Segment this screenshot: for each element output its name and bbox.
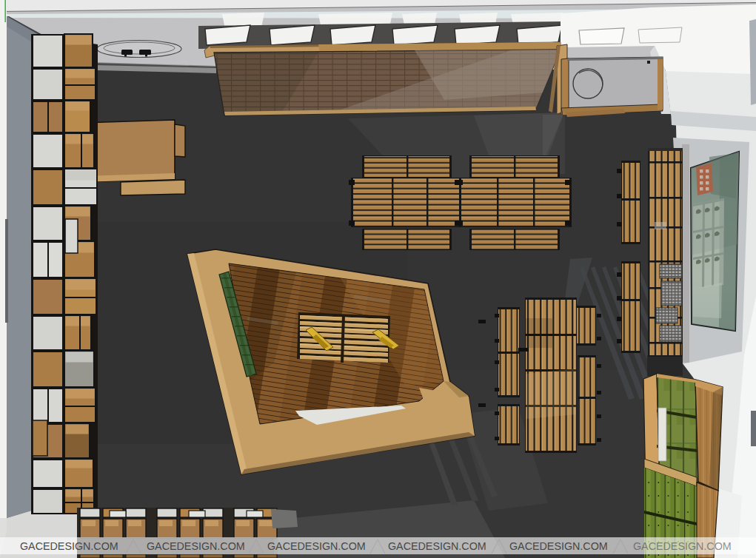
svg-text:GACEDESIGN.COM: GACEDESIGN.COM [267, 540, 366, 552]
svg-text:GACEDESIGN.COM: GACEDESIGN.COM [388, 540, 486, 552]
svg-text:GACEDESIGN.COM: GACEDESIGN.COM [509, 540, 608, 552]
svg-text:GACEDESIGN.COM: GACEDESIGN.COM [147, 540, 245, 552]
svg-text:GACEDESIGN.COM: GACEDESIGN.COM [20, 540, 118, 552]
svg-text:GACEDESIGN.COM: GACEDESIGN.COM [633, 540, 732, 552]
